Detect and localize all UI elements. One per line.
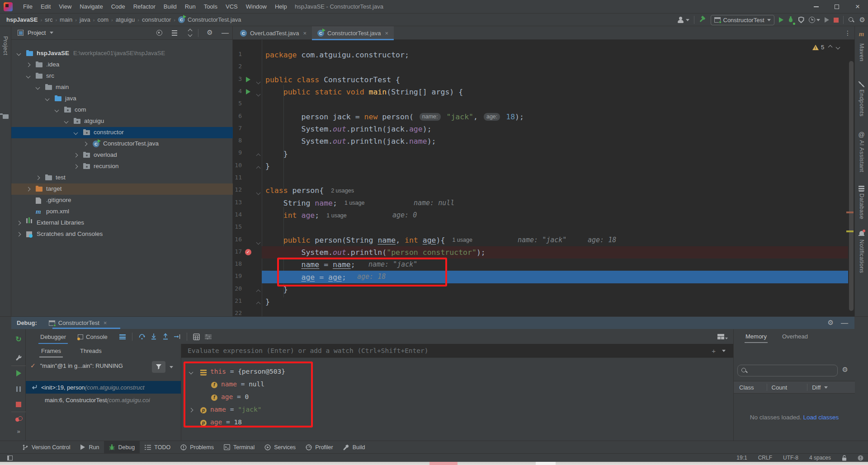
- hide-panel-button[interactable]: —: [220, 28, 230, 38]
- stop-button[interactable]: [834, 18, 839, 23]
- menu-edit[interactable]: Edit: [37, 0, 55, 14]
- code-line-4[interactable]: 4 public static void main(String[] args)…: [233, 86, 854, 99]
- tool-stripe-project[interactable]: Project: [0, 36, 11, 55]
- column-diff[interactable]: Diff: [812, 384, 821, 391]
- menu-window[interactable]: Window: [242, 0, 271, 14]
- options-gear-button[interactable]: ⚙: [205, 28, 215, 38]
- memory-search-input[interactable]: [737, 365, 838, 376]
- build-hammer-icon[interactable]: [699, 16, 706, 23]
- tree-item--idea[interactable]: .idea: [11, 59, 233, 70]
- tree-item-test[interactable]: test: [11, 172, 233, 183]
- breadcrumb-item[interactable]: main: [60, 16, 72, 23]
- notifications-icon[interactable]: [855, 230, 868, 237]
- event-log-icon[interactable]: [858, 455, 863, 461]
- fold-marker[interactable]: [257, 164, 260, 171]
- debug-settings-icon[interactable]: ⚙: [828, 319, 834, 326]
- close-tab-icon[interactable]: ×: [385, 30, 389, 37]
- project-view-title[interactable]: Project: [28, 29, 46, 36]
- tab-overloadtest[interactable]: C OverLoadTest.java ×: [235, 26, 312, 40]
- run-line-icon[interactable]: [246, 77, 250, 82]
- code-line-16[interactable]: 16 public person(String name, int age){1…: [233, 234, 854, 247]
- filter-frames-button[interactable]: [152, 361, 165, 373]
- settings-button[interactable]: ⚙: [859, 17, 865, 23]
- code-line-2[interactable]: 2: [233, 61, 854, 74]
- menu-file[interactable]: File: [19, 0, 37, 14]
- code-line-8[interactable]: 8 System.out.println(jack.name);: [233, 135, 854, 148]
- code-line-3[interactable]: 3public class ConstructorTest {: [233, 74, 854, 86]
- fold-marker[interactable]: [257, 90, 260, 97]
- tool-stripe-maven[interactable]: Maven: [855, 43, 868, 61]
- view-breakpoints-icon[interactable]: [11, 416, 26, 423]
- tree-item-src[interactable]: src: [11, 70, 233, 82]
- pause-icon[interactable]: [11, 386, 26, 392]
- memory-settings-icon[interactable]: ⚙: [842, 366, 848, 373]
- menu-refactor[interactable]: Refactor: [129, 0, 160, 14]
- close-tab-icon[interactable]: ×: [104, 319, 107, 326]
- tab-constructortest[interactable]: C ConstructorTest.java ×: [312, 26, 394, 40]
- layout-settings-icon[interactable]: [717, 334, 728, 339]
- tree-item--gitignore[interactable]: .gitignore: [11, 195, 233, 206]
- tree-item-pom-xml[interactable]: mpom.xml: [11, 206, 233, 217]
- editor-scrollbar[interactable]: [849, 61, 854, 311]
- editor[interactable]: C OverLoadTest.java × C ConstructorTest.…: [233, 26, 854, 316]
- tree-item-constructor[interactable]: constructor: [11, 127, 233, 138]
- step-into-icon[interactable]: [148, 331, 160, 342]
- layout-icon[interactable]: [119, 334, 126, 339]
- breadcrumb-item[interactable]: hspJavaSE: [6, 16, 38, 23]
- menu-vcs[interactable]: VCS: [222, 0, 242, 14]
- status-4-spaces[interactable]: 4 spaces: [809, 455, 831, 461]
- bottom-tab-terminal[interactable]: Terminal: [219, 441, 259, 454]
- scrollbar-mark-breakpoint[interactable]: [846, 211, 854, 213]
- add-watch-icon[interactable]: +: [712, 347, 716, 355]
- code-line-6[interactable]: 6 person jack = new person( name: "jack"…: [233, 111, 854, 123]
- bottom-tab-services[interactable]: Services: [259, 441, 301, 454]
- fold-marker[interactable]: [257, 78, 260, 85]
- column-class[interactable]: Class: [739, 384, 754, 391]
- bottom-tab-run[interactable]: Run: [75, 441, 104, 454]
- hide-debug-icon[interactable]: —: [841, 319, 848, 327]
- locate-file-button[interactable]: [154, 28, 164, 38]
- chevron-down-icon[interactable]: [722, 350, 726, 352]
- inspection-widget[interactable]: 5: [812, 44, 840, 51]
- code-line-17[interactable]: 17✓ System.out.println("person construct…: [233, 246, 854, 259]
- breadcrumb-item[interactable]: atguigu: [116, 16, 135, 23]
- tab-debugger[interactable]: Debugger: [38, 329, 68, 344]
- debug-session-tab[interactable]: ConstructorTest ×: [49, 319, 107, 326]
- tab-frames[interactable]: Frames: [39, 344, 63, 357]
- tree-item-java[interactable]: java: [11, 93, 233, 104]
- stack-frame[interactable]: <init>:19, person (com.atguigu.construct: [26, 381, 181, 394]
- tab-overhead[interactable]: Overhead: [781, 329, 809, 343]
- code-line-12[interactable]: 12class person{2 usages: [233, 184, 854, 197]
- fold-marker[interactable]: [257, 152, 260, 159]
- profiler-button[interactable]: [809, 17, 820, 23]
- minimize-button[interactable]: [806, 0, 826, 14]
- column-count[interactable]: Count: [772, 384, 788, 391]
- tree-item-external-libraries[interactable]: External Libraries: [11, 217, 233, 229]
- tool-stripe-notifications[interactable]: Notifications: [855, 240, 868, 273]
- tree-item-constructortest-java[interactable]: CConstructorTest.java: [11, 138, 233, 150]
- tab-memory[interactable]: Memory: [745, 329, 768, 343]
- resume-icon[interactable]: [11, 370, 26, 376]
- fold-marker[interactable]: [257, 288, 260, 295]
- run-button[interactable]: [779, 17, 783, 23]
- code-line-9[interactable]: 9 }: [233, 147, 854, 160]
- editor-options-icon[interactable]: ⋮: [844, 29, 851, 37]
- wrench-icon[interactable]: [11, 355, 26, 362]
- status-utf-8[interactable]: UTF-8: [783, 455, 798, 461]
- breadcrumb-item[interactable]: src: [45, 16, 52, 23]
- code-line-21[interactable]: 21}: [233, 296, 854, 308]
- more-icon[interactable]: »: [11, 428, 26, 435]
- menu-navigate[interactable]: Navigate: [75, 0, 107, 14]
- next-warning-icon[interactable]: [836, 45, 840, 50]
- breadcrumb-item[interactable]: constructor: [142, 16, 171, 23]
- code-line-7[interactable]: 7 System.out.println(jack.age);: [233, 123, 854, 136]
- rerun-icon[interactable]: ↻: [11, 335, 26, 343]
- code-line-1[interactable]: 1package com.atguigu.constructor;: [233, 49, 854, 61]
- ai-assistant-icon[interactable]: @: [855, 131, 868, 138]
- user-button[interactable]: [677, 17, 689, 23]
- breadcrumb-item[interactable]: java: [80, 16, 90, 23]
- tool-stripe-ai-assistant[interactable]: AI Assistant: [855, 140, 868, 172]
- step-over-icon[interactable]: [136, 331, 148, 342]
- code-line-15[interactable]: 15: [233, 221, 854, 234]
- run-line-icon[interactable]: [246, 89, 250, 94]
